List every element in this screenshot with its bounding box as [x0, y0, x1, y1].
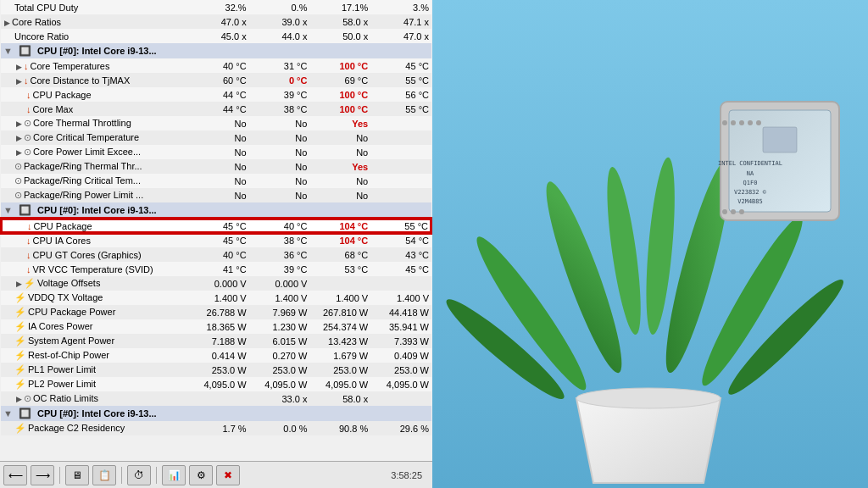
value-avg: 45 °C [370, 262, 431, 276]
value-avg [370, 276, 431, 291]
table-row[interactable]: ▶Core Ratios 47.0 x 39.0 x 58.0 x 47.1 x [1, 14, 431, 29]
section-title: CPU [#0]: Intel Core i9-13... [37, 46, 157, 56]
value-avg: 1.400 V [370, 291, 431, 305]
table-row[interactable]: ⊙Package/Ring Thermal Thr... No No Yes [1, 159, 431, 174]
btn-computer[interactable]: 🖥 [65, 465, 89, 485]
collapse-icon[interactable]: ▼ [3, 408, 13, 419]
expand-arrow[interactable]: ▶ [4, 19, 10, 27]
row-name: ▶⊙Core Thermal Throttling [1, 116, 188, 130]
value-current: No [188, 174, 249, 188]
table-row[interactable]: ▶⊙Core Critical Temperature No No No [1, 130, 431, 145]
table-row[interactable]: ↓Core Max 44 °C 38 °C 100 °C 55 °C [1, 102, 431, 116]
table-row[interactable]: ↓CPU Package 44 °C 39 °C 100 °C 56 °C [1, 87, 431, 102]
row-name: ↓CPU GT Cores (Graphics) [1, 247, 188, 262]
metric-name: Core Critical Temperature [33, 132, 139, 142]
value-min: 1.230 W [249, 319, 310, 334]
expand-arrow[interactable]: ▶ [16, 63, 22, 71]
metric-name: Uncore Ratio [14, 31, 69, 42]
collapse-icon[interactable]: ▼ [3, 205, 13, 215]
table-row[interactable]: ↓VR VCC Temperature (SVID) 41 °C 39 °C 5… [1, 262, 431, 276]
value-max: No [309, 130, 370, 145]
value-min: 44.0 x [249, 29, 310, 43]
cpu-icon: 🔲 [19, 204, 31, 216]
table-row[interactable]: ⊙Package/Ring Critical Tem... No No No [1, 174, 431, 188]
btn-clipboard[interactable]: 📋 [92, 465, 116, 485]
data-scroll-area[interactable]: Total CPU Duty 32.% 0.% 17.1% 3.% ▶Core … [0, 0, 432, 461]
therm-icon: ↓ [26, 90, 31, 100]
expand-arrow[interactable]: ▶ [16, 395, 22, 403]
table-row[interactable]: Uncore Ratio 45.0 x 44.0 x 50.0 x 47.0 x [1, 29, 431, 43]
value-current: 1.7 % [188, 421, 249, 435]
value-avg: 253.0 W [370, 363, 431, 377]
section-header[interactable]: ▼ 🔲 CPU [#0]: Intel Core i9-13... [1, 202, 431, 219]
value-avg: 45 °C [370, 58, 431, 73]
btn-settings[interactable]: ⚙ [189, 465, 213, 485]
table-row[interactable]: ▶⊙Core Power Limit Excee... No No No [1, 145, 431, 159]
table-row[interactable]: ↓CPU GT Cores (Graphics) 40 °C 36 °C 68 … [1, 247, 431, 262]
table-row[interactable]: ⚡IA Cores Power 18.365 W 1.230 W 254.374… [1, 319, 431, 334]
value-current: No [188, 145, 249, 159]
section-header[interactable]: ▼ 🔲 CPU [#0]: Intel Core i9-13... [1, 406, 431, 421]
value-min: 39 °C [249, 262, 310, 276]
therm-icon: ↓ [24, 75, 29, 86]
svg-point-20 [739, 120, 744, 125]
row-name: ▶↓Core Distance to TjMAX [1, 73, 188, 87]
table-row[interactable]: ⚡VDDQ TX Voltage 1.400 V 1.400 V 1.400 V… [1, 291, 431, 305]
metric-name: Total CPU Duty [14, 3, 78, 13]
plant-illustration: INTEL CONFIDENTIAL NA Q1F0 V223832 © V2M… [432, 0, 868, 488]
table-row[interactable]: ▶↓Core Distance to TjMAX 60 °C 0 °C 69 °… [1, 73, 431, 87]
table-row[interactable]: ⚡PL1 Power Limit 253.0 W 253.0 W 253.0 W… [1, 363, 431, 377]
section-title: CPU [#0]: Intel Core i9-13... [37, 408, 157, 419]
table-row[interactable]: ▶⊙Core Thermal Throttling No No Yes [1, 116, 431, 130]
value-min: 36 °C [249, 247, 310, 262]
expand-arrow[interactable]: ▶ [16, 77, 22, 86]
value-max: 4,095.0 W [309, 377, 370, 391]
table-row[interactable]: ⊙Package/Ring Power Limit ... No No No [1, 188, 431, 202]
row-name: ↓CPU Package [1, 219, 188, 233]
metric-name: PL1 Power Limit [28, 364, 96, 374]
expand-arrow[interactable]: ▶ [16, 134, 22, 142]
row-name: ⊙Package/Ring Thermal Thr... [1, 159, 188, 174]
circle-icon: ⊙ [14, 190, 22, 201]
section-header[interactable]: ▼ 🔲 CPU [#0]: Intel Core i9-13... [1, 43, 431, 58]
btn-forward[interactable]: ⟶ [31, 465, 54, 485]
value-min: No [249, 145, 310, 159]
value-min: 39 °C [249, 87, 310, 102]
value-max: 1.400 V [309, 291, 370, 305]
table-row[interactable]: ⚡System Agent Power 7.188 W 6.015 W 13.4… [1, 334, 431, 348]
btn-report[interactable]: 📊 [162, 465, 186, 485]
therm-icon: ↓ [26, 104, 31, 114]
table-row[interactable]: ↓CPU IA Cores 45 °C 38 °C 104 °C 54 °C [1, 233, 431, 247]
btn-back[interactable]: ⟵ [3, 465, 27, 485]
collapse-icon[interactable]: ▼ [3, 46, 13, 56]
table-row[interactable]: ⚡Rest-of-Chip Power 0.414 W 0.270 W 1.67… [1, 348, 431, 363]
value-current: 0.414 W [188, 348, 249, 363]
table-row[interactable]: ↓CPU Package 45 °C 40 °C 104 °C 55 °C [1, 219, 431, 233]
btn-close[interactable]: ✖ [216, 465, 240, 485]
toolbar-time: 3:58:25 [391, 470, 422, 480]
expand-arrow[interactable]: ▶ [16, 119, 22, 128]
value-current: 44 °C [188, 87, 249, 102]
value-max: 17.1% [309, 0, 370, 14]
bolt-icon: ⚡ [14, 307, 26, 318]
therm-icon: ↓ [26, 250, 31, 260]
value-min: 0.0 % [249, 421, 310, 435]
expand-arrow[interactable]: ▶ [16, 148, 22, 157]
table-row[interactable]: ▶↓Core Temperatures 40 °C 31 °C 100 °C 4… [1, 58, 431, 73]
table-row[interactable]: ▶⚡Voltage Offsets 0.000 V 0.000 V [1, 276, 431, 291]
value-max: 90.8 % [309, 421, 370, 435]
table-row[interactable]: Total CPU Duty 32.% 0.% 17.1% 3.% [1, 0, 431, 14]
value-max: 100 °C [309, 102, 370, 116]
svg-text:NA: NA [747, 170, 754, 177]
table-row[interactable]: ⚡Package C2 Residency 1.7 % 0.0 % 90.8 %… [1, 421, 431, 435]
table-row[interactable]: ▶⊙OC Ratio Limits 33.0 x 58.0 x [1, 391, 431, 406]
value-avg [370, 145, 431, 159]
table-row[interactable]: ⚡CPU Package Power 26.788 W 7.969 W 267.… [1, 305, 431, 319]
row-name: ▶⊙OC Ratio Limits [1, 391, 188, 406]
expand-arrow[interactable]: ▶ [16, 280, 22, 288]
value-max: Yes [309, 159, 370, 174]
metric-name: VR VCC Temperature (SVID) [33, 264, 153, 274]
table-row[interactable]: ⚡PL2 Power Limit 4,095.0 W 4,095.0 W 4,0… [1, 377, 431, 391]
btn-clock[interactable]: ⏱ [127, 465, 151, 485]
value-avg [370, 391, 431, 406]
